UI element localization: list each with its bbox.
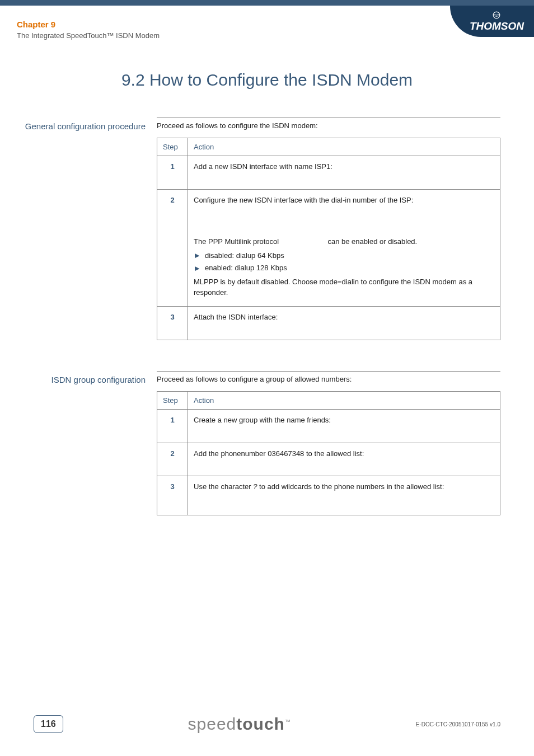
thomson-brand-logo: THOMSON bbox=[450, 6, 534, 37]
page-number: 116 bbox=[41, 719, 56, 729]
col-action-header: Action bbox=[188, 138, 500, 156]
table-row: 1 Create a new group with the name frien… bbox=[157, 409, 500, 443]
row3-suffix: to add wildcards to the phone numbers in… bbox=[257, 482, 444, 491]
table-header-row: Step Action bbox=[157, 138, 500, 156]
isdn-group-label: ISDN group configuration bbox=[17, 371, 146, 516]
logo-bold-part: touch bbox=[236, 715, 285, 733]
logo-trademark: ™ bbox=[285, 719, 291, 725]
bullet-text: enabled: dialup 128 Kbps bbox=[205, 263, 287, 274]
page-header: Chapter 9 The Integrated SpeedTouch™ ISD… bbox=[0, 6, 534, 48]
list-item: ▶disabled: dialup 64 Kbps bbox=[194, 251, 494, 261]
step2-mlppp-note: MLPPP is by default disabled. Choose mod… bbox=[194, 277, 494, 298]
section-title: 9.2 How to Configure the ISDN Modem bbox=[0, 71, 534, 90]
chapter-label: Chapter 9 bbox=[17, 20, 160, 29]
step-action: Use the character ? to add wildcards to … bbox=[188, 476, 500, 515]
isdn-group-content: Proceed as follows to configure a group … bbox=[157, 371, 500, 516]
table-row: 3 Attach the ISDN interface: bbox=[157, 306, 500, 340]
step-action: Add the phonenumber 036467348 to the all… bbox=[188, 443, 500, 476]
col-step-header: Step bbox=[157, 138, 188, 156]
step-number: 1 bbox=[157, 156, 188, 190]
step-number: 3 bbox=[157, 306, 188, 340]
general-config-block: General configuration procedure Proceed … bbox=[17, 118, 500, 340]
isdn-group-table: Step Action 1 Create a new group with th… bbox=[157, 391, 500, 516]
table-row: 2 Add the phonenumber 036467348 to the a… bbox=[157, 443, 500, 476]
ppp-suffix: can be enabled or disabled. bbox=[327, 237, 417, 246]
triangle-bullet-icon: ▶ bbox=[195, 264, 199, 273]
general-config-label: General configuration procedure bbox=[17, 118, 146, 340]
step-number: 3 bbox=[157, 476, 188, 515]
ppp-options-list: ▶disabled: dialup 64 Kbps ▶enabled: dial… bbox=[194, 251, 494, 274]
table-row: 2 Configure the new ISDN interface with … bbox=[157, 189, 500, 306]
page-number-box: 116 bbox=[34, 715, 63, 733]
page-footer: 116 speedtouch™ E-DOC-CTC-20051017-0155 … bbox=[0, 715, 534, 734]
table-row: 3 Use the character ? to add wildcards t… bbox=[157, 476, 500, 515]
thomson-globe-icon bbox=[493, 11, 500, 19]
main-content: General configuration procedure Proceed … bbox=[0, 118, 534, 515]
step-action: Add a new ISDN interface with name ISP1: bbox=[188, 156, 500, 190]
step2-intro: Configure the new ISDN interface with th… bbox=[194, 195, 494, 206]
general-config-table: Step Action 1 Add a new ISDN interface w… bbox=[157, 138, 500, 340]
document-id: E-DOC-CTC-20051017-0155 v1.0 bbox=[416, 721, 500, 727]
bullet-text: disabled: dialup 64 Kbps bbox=[205, 251, 284, 261]
speedtouch-logo: speedtouch™ bbox=[188, 715, 291, 734]
step-number: 1 bbox=[157, 409, 188, 443]
logo-light-part: speed bbox=[188, 715, 237, 733]
step-number: 2 bbox=[157, 443, 188, 476]
col-step-header: Step bbox=[157, 391, 188, 409]
isdn-group-intro: Proceed as follows to configure a group … bbox=[157, 375, 500, 383]
thomson-text: THOMSON bbox=[470, 20, 524, 32]
col-action-header: Action bbox=[188, 391, 500, 409]
isdn-group-block: ISDN group configuration Proceed as foll… bbox=[17, 371, 500, 516]
step-action: Create a new group with the name friends… bbox=[188, 409, 500, 443]
step-action: Attach the ISDN interface: bbox=[188, 306, 500, 340]
step-number: 2 bbox=[157, 189, 188, 306]
table-header-row: Step Action bbox=[157, 391, 500, 409]
general-config-intro: Proceed as follows to configure the ISDN… bbox=[157, 121, 500, 130]
ppp-prefix: The PPP Multilink protocol bbox=[194, 237, 279, 246]
list-item: ▶enabled: dialup 128 Kbps bbox=[194, 263, 494, 274]
general-config-content: Proceed as follows to configure the ISDN… bbox=[157, 118, 500, 340]
row3-prefix: Use the character bbox=[194, 482, 253, 491]
step-action: Configure the new ISDN interface with th… bbox=[188, 189, 500, 306]
header-left: Chapter 9 The Integrated SpeedTouch™ ISD… bbox=[17, 20, 160, 40]
step2-ppp-line: The PPP Multilink protocol can be enable… bbox=[194, 237, 494, 247]
triangle-bullet-icon: ▶ bbox=[195, 251, 199, 260]
chapter-title: The Integrated SpeedTouch™ ISDN Modem bbox=[17, 31, 160, 40]
top-accent-bar bbox=[0, 0, 534, 6]
table-row: 1 Add a new ISDN interface with name ISP… bbox=[157, 156, 500, 190]
